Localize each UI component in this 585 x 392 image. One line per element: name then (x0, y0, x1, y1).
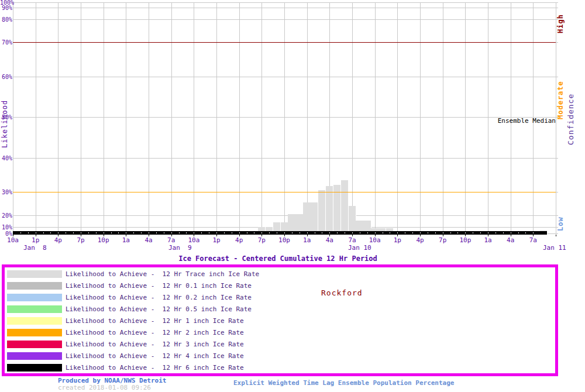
hour-tick (36, 232, 36, 233)
confidence-low-label: Low (556, 211, 565, 231)
hour-tick (232, 232, 232, 233)
hour-tick (428, 232, 428, 233)
hour-tick (156, 232, 157, 233)
hour-tick (352, 232, 353, 233)
y-tick-label: 70% (0, 39, 12, 46)
x-date-label: Jan 8 (23, 244, 47, 252)
vertical-gridline (58, 2, 58, 233)
horizontal-gridline (13, 8, 558, 8)
hour-tick (81, 232, 81, 233)
bar (349, 206, 356, 235)
x-tick-label: 7p (71, 236, 91, 244)
x-date-label: Jan 11 (543, 244, 566, 252)
hour-tick (465, 232, 466, 233)
confidence-moderate-label: Moderate (556, 82, 565, 119)
hour-tick (28, 232, 29, 233)
hour-tick (367, 232, 368, 233)
hour-tick (435, 232, 436, 233)
hour-tick (118, 232, 119, 233)
legend-label: Likelihood to Achieve - 12 Hr Trace inch… (66, 270, 259, 278)
hour-tick (141, 232, 142, 233)
hour-tick (224, 232, 225, 233)
hour-tick (307, 232, 308, 233)
vertical-gridline (307, 2, 308, 233)
hour-tick (209, 232, 209, 233)
ice-forecast-graphic: 0%10%20%30%40%50%60%70%80%90%100%10a1p4p… (0, 0, 585, 392)
legend-swatch (7, 329, 62, 336)
hour-tick (194, 232, 194, 233)
legend-swatch (7, 282, 62, 290)
x-tick-label: 4a (139, 236, 159, 244)
hour-tick (261, 232, 262, 233)
horizontal-gridline (13, 158, 558, 159)
footer-created-timestamp: created 2018-01-08 09:26 (58, 384, 151, 391)
x-tick-label: 7a (523, 236, 543, 244)
x-tick-label: 10p (274, 236, 294, 244)
vertical-gridline (375, 2, 376, 233)
legend-swatch (7, 305, 62, 313)
legend-label: Likelihood to Achieve - 12 Hr 0.2 inch I… (66, 293, 252, 302)
hour-tick (216, 232, 217, 233)
x-tick-label: 4p (229, 236, 249, 244)
hour-tick (488, 232, 488, 233)
hour-tick (239, 232, 240, 233)
hour-tick (533, 232, 534, 233)
vertical-gridline (352, 2, 353, 233)
x-tick-label: 4a (501, 236, 521, 244)
horizontal-gridline (13, 117, 558, 118)
hour-tick (88, 232, 89, 233)
horizontal-gridline (13, 19, 558, 20)
vertical-gridline (261, 2, 262, 233)
hour-tick (390, 232, 390, 233)
hour-tick (457, 232, 458, 233)
x-tick-label: 7a (161, 236, 181, 244)
y-tick-label: 100% (0, 0, 12, 6)
hour-tick (503, 232, 504, 233)
hour-tick (284, 232, 285, 233)
hour-tick (473, 232, 473, 233)
y-tick-label: 80% (0, 16, 12, 23)
hour-tick (300, 232, 300, 233)
vertical-gridline (36, 2, 36, 233)
x-tick-label: 10p (94, 236, 113, 244)
hour-tick (126, 232, 126, 233)
x-tick-label: 7p (252, 236, 271, 244)
vertical-gridline (216, 2, 217, 233)
likelihood-chart-plot-area: 0%10%20%30%40%50%60%70%80%90%100%10a1p4p… (0, 0, 585, 263)
bar (318, 190, 326, 235)
hour-tick (164, 232, 164, 233)
legend-swatch (7, 294, 62, 301)
vertical-gridline (171, 2, 172, 233)
hour-tick (269, 232, 270, 233)
bar (303, 202, 311, 235)
vertical-gridline (126, 2, 126, 233)
hour-tick (171, 232, 172, 233)
y-tick-label: 30% (0, 189, 12, 195)
hour-tick (450, 232, 451, 233)
vertical-gridline (239, 2, 240, 233)
legend-label: Likelihood to Achieve - 12 Hr 3 inch Ice… (66, 340, 244, 349)
hour-tick (412, 232, 413, 233)
bar (341, 180, 349, 235)
legend-label: Likelihood to Achieve - 12 Hr 0.5 inch I… (66, 305, 252, 314)
x-tick-label: 10a (365, 236, 385, 244)
hour-tick (375, 232, 376, 233)
hour-tick (329, 232, 330, 233)
x-tick-label: 1p (387, 236, 407, 244)
hour-tick (420, 232, 421, 233)
hour-tick (315, 232, 315, 233)
vertical-gridline (81, 2, 81, 233)
horizontal-gridline (13, 215, 558, 216)
hour-tick (397, 232, 398, 233)
x-tick-label: 1a (297, 236, 317, 244)
axis-tick (556, 235, 556, 236)
reference-line (13, 42, 556, 43)
hour-tick (322, 232, 322, 233)
vertical-gridline (13, 2, 13, 233)
hour-tick (511, 232, 511, 233)
hour-tick (58, 232, 58, 233)
legend-label: Likelihood to Achieve - 12 Hr 1 inch Ice… (66, 317, 244, 325)
legend-label: Likelihood to Achieve - 12 Hr 2 inch Ice… (66, 328, 244, 337)
x-tick-label: 4a (319, 236, 339, 244)
vertical-gridline (104, 2, 104, 233)
